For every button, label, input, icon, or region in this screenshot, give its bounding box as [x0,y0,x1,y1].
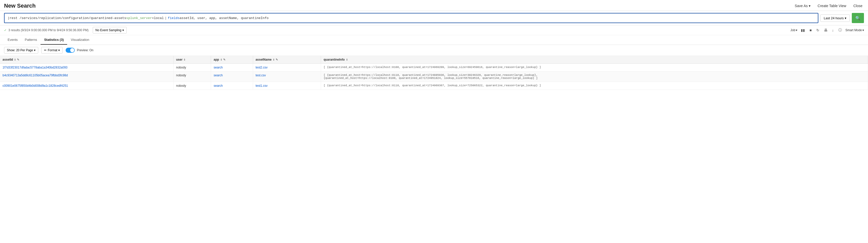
close-button[interactable]: Close [852,3,864,9]
result-text: 3 results (9/3/24 9:00:00.000 PM to 9/4/… [8,28,88,32]
col-header-user: user ⇕ [174,56,211,64]
header-actions: Save As ▾ Create Table View Close [793,3,864,9]
table-row: 1f7d33f23017dfadac5778aba1a340bd2832a093… [0,64,868,72]
chevron-down-icon: ▾ [862,28,864,32]
page-title: New Search [4,3,36,9]
stop-button[interactable]: ■ [808,28,812,33]
info-button[interactable]: ⓘ [837,27,843,33]
job-button[interactable]: Job ▾ [790,28,797,32]
col-header-assetId: assetId ⇕ ✎ [0,56,174,64]
cell-assetName[interactable]: test.csv [253,72,321,82]
header: New Search Save As ▾ Create Table View C… [0,0,868,11]
format-button[interactable]: ✏ Format ▾ [41,47,63,54]
tab-statistics[interactable]: Statistics (3) [40,35,67,45]
cell-assetId[interactable]: c00901e0675f850d4b0d008d9a1c1828cedf4251 [0,82,174,90]
print-button[interactable]: 🖶 [823,28,829,33]
results-table-wrapper: assetId ⇕ ✎ user ⇕ app ⇕ ✎ [0,56,868,90]
smart-mode-button[interactable]: Smart Mode ▾ [845,28,864,32]
cell-assetId[interactable]: b4c9340713a5dd8c61105b05acea79fbbd3fc98d [0,72,174,82]
cell-user: nobody [174,64,211,72]
search-keyword: splunk_server [126,16,152,20]
tabs: Events Patterns Statistics (3) Visualiza… [0,35,868,45]
sort-icon-quarantineInfo[interactable]: ⇕ [346,58,348,61]
create-table-view-button[interactable]: Create Table View [816,3,848,9]
tab-events[interactable]: Events [4,35,21,45]
search-field-keyword: fields [168,16,180,20]
search-icon: 🔍 [855,16,860,21]
chevron-down-icon: ▾ [122,28,124,32]
table-header-row: assetId ⇕ ✎ user ⇕ app ⇕ ✎ [0,56,868,64]
sort-icon-app[interactable]: ⇕ [220,58,222,61]
cell-user: nobody [174,72,211,82]
pause-button[interactable]: ▮▮ [800,28,806,33]
search-query-plain: |rest /services/replication/configuratio… [8,16,126,20]
time-range-button[interactable]: Last 24 hours ▾ [820,15,850,22]
export-button[interactable]: ↓ [831,28,835,33]
chevron-down-icon: ▾ [58,49,60,52]
cell-assetName[interactable]: test1.csv [253,82,321,90]
status-left: ✓ 3 results (9/3/24 9:00:00.000 PM to 9/… [4,27,127,33]
col-header-quarantineInfo: quarantineInfo ⇕ [321,56,868,64]
cell-quarantineInfo: [ {quarantined_at_host=https://localhost… [321,82,868,90]
preview-label: Preview: On [77,49,93,52]
chevron-down-icon: ▾ [34,49,35,52]
table-row: b4c9340713a5dd8c61105b05acea79fbbd3fc98d… [0,72,868,82]
save-as-button[interactable]: Save As ▾ [793,3,812,9]
cell-assetId[interactable]: 1f7d33f23017dfadac5778aba1a340bd2832a093 [0,64,174,72]
search-go-button[interactable]: 🔍 [852,13,864,23]
tab-patterns[interactable]: Patterns [21,35,40,45]
search-equals: =local [152,16,164,20]
chevron-down-icon: ▾ [809,4,810,8]
sort-icon-user[interactable]: ⇕ [183,58,185,61]
results-toolbar: Show: 20 Per Page ▾ ✏ Format ▾ Preview: … [0,45,868,56]
table-row: c00901e0675f850d4b0d008d9a1c1828cedf4251… [0,82,868,90]
search-bar-area: |rest /services/replication/configuratio… [0,11,868,25]
sort-icon-assetId[interactable]: ⇕ [14,58,16,61]
cell-app[interactable]: search [211,72,253,82]
sort-icon-assetName[interactable]: ⇕ [273,58,275,61]
show-per-page-button[interactable]: Show: 20 Per Page ▾ [4,47,38,54]
cell-quarantineInfo: [ {quarantined_at_host=https://localhost… [321,64,868,72]
sampling-button[interactable]: No Event Sampling ▾ [93,27,127,33]
tab-visualization[interactable]: Visualization [67,35,93,45]
status-right: Job ▾ ▮▮ ■ ↻ 🖶 ↓ ⓘ Smart Mode ▾ [790,27,864,33]
col-header-assetName: assetName ⇕ ✎ [253,56,321,64]
results-table: assetId ⇕ ✎ user ⇕ app ⇕ ✎ [0,56,868,90]
col-header-app: app ⇕ ✎ [211,56,253,64]
pencil-icon: ✏ [44,49,46,52]
preview-toggle[interactable] [66,48,75,53]
chevron-down-icon: ▾ [796,28,797,32]
status-result: ✓ 3 results (9/3/24 9:00:00.000 PM to 9/… [4,28,89,32]
status-bar: ✓ 3 results (9/3/24 9:00:00.000 PM to 9/… [0,25,868,35]
cell-assetName[interactable]: test2.csv [253,64,321,72]
cell-app[interactable]: search [211,82,253,90]
cell-quarantineInfo: [ {quarantined_at_host=https://localhost… [321,72,868,82]
cell-app[interactable]: search [211,64,253,72]
preview-toggle-container: Preview: On [66,48,93,53]
check-icon: ✓ [4,28,7,32]
refresh-button[interactable]: ↻ [815,28,820,33]
edit-icon-assetName[interactable]: ✎ [276,58,278,61]
search-pipe: | [165,16,167,20]
cell-user: nobody [174,82,211,90]
search-fields: assetId, user, app, assetName, quarantin… [180,16,269,20]
edit-icon-app[interactable]: ✎ [223,58,225,61]
search-input[interactable]: |rest /services/replication/configuratio… [4,13,818,23]
edit-icon-assetId[interactable]: ✎ [17,58,19,61]
chevron-down-icon: ▾ [845,16,846,20]
